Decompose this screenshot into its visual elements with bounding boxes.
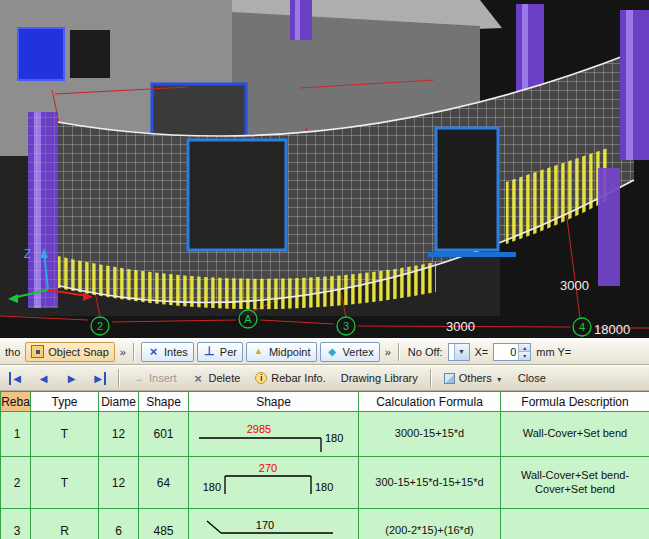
cell-formula[interactable]: 300-15+15*d-15+15*d xyxy=(359,457,501,509)
separator xyxy=(430,369,432,387)
cad-viewport[interactable]: 2 A 3 4 3000 3000 18000 xyxy=(0,0,649,338)
insert-icon xyxy=(132,372,145,385)
ortho-button-partial[interactable]: tho xyxy=(3,346,22,358)
toolbar-overflow-chevron[interactable]: » xyxy=(118,346,127,358)
shape-dim-main: 2985 xyxy=(246,423,270,435)
delete-label: Delete xyxy=(209,372,241,384)
snap-vertex-button[interactable]: Vertex xyxy=(320,342,380,362)
x-coordinate-spinner[interactable]: ▴▾ xyxy=(518,344,530,360)
offset-dropdown[interactable] xyxy=(448,343,470,361)
x-coordinate-input[interactable]: 0 ▴▾ xyxy=(493,343,531,361)
separator xyxy=(118,369,120,387)
cell-shape-code[interactable]: 485 xyxy=(139,509,189,539)
vertex-icon xyxy=(326,345,339,358)
cell-type[interactable]: T xyxy=(31,457,99,509)
grid-bubble-2: 2 xyxy=(97,320,103,332)
wall-door-opening xyxy=(436,128,498,250)
first-row-button[interactable]: ◀ xyxy=(3,368,28,388)
last-icon: ▶ xyxy=(93,372,106,385)
table-row[interactable]: 2 T 12 64 180 270 180 300-15+15*d-15+15*… xyxy=(1,457,649,509)
x-coordinate-value: 0 xyxy=(494,344,518,360)
shape-dim-right: 180 xyxy=(325,432,343,444)
rebar-info-button[interactable]: Rebar Info. xyxy=(249,368,331,388)
snap-perpendicular-button[interactable]: Per xyxy=(197,342,243,362)
dim-right: 3000 xyxy=(560,278,589,293)
snap-toolbar: tho Object Snap » Intes Per Midpoint Ver… xyxy=(0,338,649,365)
snap-intersection-button[interactable]: Intes xyxy=(141,342,194,362)
grid-bubble-4: 4 xyxy=(579,321,585,333)
object-snap-button[interactable]: Object Snap xyxy=(25,342,115,362)
drawing-library-label: Drawing Library xyxy=(341,372,418,384)
next-row-button[interactable]: ▶ xyxy=(59,368,84,388)
cell-formula[interactable]: (200-2*15)+(16*d) xyxy=(359,509,501,539)
grid-bubble-3: 3 xyxy=(343,320,349,332)
cell-shape-drawing[interactable]: 180 270 180 xyxy=(189,457,359,509)
shape-dim-main: 270 xyxy=(258,462,276,474)
rebar-table-container: Reba Type Diame Shape Shape Calculation … xyxy=(0,391,649,539)
intersection-icon xyxy=(147,345,160,358)
delete-icon xyxy=(192,372,205,385)
table-header-row: Reba Type Diame Shape Shape Calculation … xyxy=(1,392,649,412)
drawing-library-button[interactable]: Drawing Library xyxy=(335,368,424,388)
cell-diameter[interactable]: 12 xyxy=(99,412,139,457)
perpendicular-icon xyxy=(203,345,216,358)
delete-button[interactable]: Delete xyxy=(186,368,247,388)
previous-row-button[interactable]: ◀ xyxy=(31,368,56,388)
insert-label: Insert xyxy=(149,372,177,384)
header-shape-code[interactable]: Shape xyxy=(139,392,189,412)
cell-shape-code[interactable]: 601 xyxy=(139,412,189,457)
snap-perpendicular-label: Per xyxy=(220,346,237,358)
toolbar-overflow-chevron-2[interactable]: » xyxy=(383,346,392,358)
header-diameter[interactable]: Diame xyxy=(99,392,139,412)
object-snap-label: Object Snap xyxy=(48,346,109,358)
shape-sketch-64: 180 270 180 xyxy=(193,461,355,505)
others-label: Others xyxy=(459,372,492,384)
next-icon: ▶ xyxy=(65,372,78,385)
door-sill xyxy=(428,252,516,257)
cell-type[interactable]: R xyxy=(31,509,99,539)
shape-dim-right: 180 xyxy=(315,481,333,493)
cell-description[interactable] xyxy=(501,509,649,539)
others-icon xyxy=(444,373,455,384)
table-toolbar: ◀ ◀ ▶ ▶ Insert Delete Rebar Info. Drawin… xyxy=(0,365,649,391)
cell-diameter[interactable]: 6 xyxy=(99,509,139,539)
wall-window-opening xyxy=(188,140,286,250)
snap-vertex-label: Vertex xyxy=(343,346,374,358)
row-number: 1 xyxy=(1,412,31,457)
header-description[interactable]: Formula Description xyxy=(501,392,649,412)
rebar-info-icon xyxy=(255,372,267,384)
header-type[interactable]: Type xyxy=(31,392,99,412)
rebar-info-label: Rebar Info. xyxy=(271,372,325,384)
chevron-down-icon xyxy=(496,372,503,384)
last-row-button[interactable]: ▶ xyxy=(87,368,112,388)
snap-midpoint-label: Midpoint xyxy=(269,346,311,358)
cell-formula[interactable]: 3000-15+15*d xyxy=(359,412,501,457)
header-shape[interactable]: Shape xyxy=(189,392,359,412)
cell-description[interactable]: Wall-Cover+Set bend xyxy=(501,412,649,457)
table-row[interactable]: 3 R 6 485 170 (200-2*15)+(16*d) xyxy=(1,509,649,539)
cell-type[interactable]: T xyxy=(31,412,99,457)
shape-sketch-601: 2985 180 xyxy=(193,414,355,454)
rebar-table: Reba Type Diame Shape Shape Calculation … xyxy=(0,391,649,539)
cell-diameter[interactable]: 12 xyxy=(99,457,139,509)
header-formula[interactable]: Calculation Formula xyxy=(359,392,501,412)
grid-bubble-a: A xyxy=(244,313,252,325)
cell-description[interactable]: Wall-Cover+Set bend-Cover+Set bend xyxy=(501,457,649,509)
y-coordinate-label: mm Y= xyxy=(534,346,573,358)
table-row[interactable]: 1 T 12 601 2985 180 3000-15+15*d Wall-Co… xyxy=(1,412,649,457)
others-button[interactable]: Others xyxy=(438,368,509,388)
chevron-down-icon xyxy=(458,348,465,355)
cell-shape-drawing[interactable]: 2985 180 xyxy=(189,412,359,457)
insert-button[interactable]: Insert xyxy=(126,368,183,388)
viewport-drawing: 2 A 3 4 3000 3000 18000 xyxy=(0,0,649,338)
x-coordinate-label: X= xyxy=(473,346,491,358)
header-rebar-no[interactable]: Reba xyxy=(1,392,31,412)
cell-shape-code[interactable]: 64 xyxy=(139,457,189,509)
cell-shape-drawing[interactable]: 170 xyxy=(189,509,359,539)
first-icon: ◀ xyxy=(9,372,22,385)
row-number: 3 xyxy=(1,509,31,539)
close-button[interactable]: Close xyxy=(512,368,552,388)
midpoint-icon xyxy=(252,345,265,358)
snap-midpoint-button[interactable]: Midpoint xyxy=(246,342,317,362)
shape-sketch-485: 170 xyxy=(193,513,355,539)
